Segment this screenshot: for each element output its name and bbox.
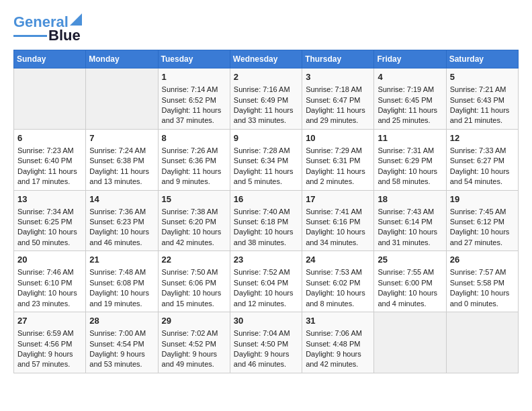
day-number: 14	[89, 193, 154, 205]
cell-text: Sunset: 6:36 PM	[162, 156, 226, 166]
calendar-cell	[86, 68, 158, 130]
cell-text: Daylight: 10 hours and 8 minutes.	[306, 288, 370, 309]
cell-text: Sunset: 6:31 PM	[306, 156, 370, 166]
cell-text: Sunrise: 7:52 AM	[234, 267, 298, 277]
day-number: 20	[17, 254, 82, 266]
calendar-cell: 9Sunrise: 7:28 AMSunset: 6:34 PMDaylight…	[230, 129, 302, 190]
calendar-cell: 11Sunrise: 7:31 AMSunset: 6:29 PMDayligh…	[374, 129, 446, 190]
cell-text: Sunset: 6:52 PM	[162, 95, 226, 105]
cell-text: Sunset: 6:02 PM	[306, 278, 370, 288]
cell-text: Sunrise: 7:34 AM	[17, 207, 82, 217]
day-number: 30	[234, 315, 298, 327]
calendar-table: SundayMondayTuesdayWednesdayThursdayFrid…	[13, 50, 519, 373]
cell-text: Sunrise: 7:21 AM	[450, 85, 515, 95]
cell-text: Sunrise: 7:28 AM	[234, 146, 298, 156]
calendar-cell: 3Sunrise: 7:18 AMSunset: 6:47 PMDaylight…	[302, 68, 374, 130]
cell-text: Sunrise: 7:46 AM	[17, 267, 82, 277]
cell-text: Sunrise: 7:29 AM	[306, 146, 370, 156]
cell-text: Sunset: 6:18 PM	[234, 217, 298, 227]
cell-text: Daylight: 10 hours and 38 minutes.	[234, 227, 298, 248]
cell-text: Sunrise: 7:50 AM	[162, 267, 226, 277]
cell-text: Sunrise: 7:19 AM	[378, 85, 442, 95]
calendar-cell: 30Sunrise: 7:04 AMSunset: 4:50 PMDayligh…	[230, 312, 302, 373]
cell-text: Daylight: 10 hours and 15 minutes.	[162, 288, 226, 309]
cell-text: Daylight: 10 hours and 27 minutes.	[450, 227, 515, 248]
day-number: 23	[234, 254, 298, 266]
cell-text: Daylight: 11 hours and 9 minutes.	[162, 167, 226, 187]
cell-text: Sunrise: 7:23 AM	[17, 146, 82, 156]
cell-text: Sunrise: 7:38 AM	[162, 207, 226, 217]
day-number: 5	[450, 71, 515, 83]
cell-text: Sunrise: 7:43 AM	[378, 207, 442, 217]
cell-text: Sunset: 6:10 PM	[17, 278, 82, 288]
cell-text: Sunset: 6:40 PM	[17, 156, 82, 166]
cell-text: Daylight: 11 hours and 13 minutes.	[89, 167, 154, 187]
cell-text: Sunset: 6:27 PM	[450, 156, 515, 166]
calendar-cell: 6Sunrise: 7:23 AMSunset: 6:40 PMDaylight…	[14, 129, 86, 190]
cell-text: Sunset: 6:16 PM	[306, 217, 370, 227]
calendar-cell	[374, 312, 446, 373]
calendar-cell: 31Sunrise: 7:06 AMSunset: 4:48 PMDayligh…	[302, 312, 374, 373]
calendar-cell: 4Sunrise: 7:19 AMSunset: 6:45 PMDaylight…	[374, 68, 446, 130]
calendar-cell: 19Sunrise: 7:45 AMSunset: 6:12 PMDayligh…	[446, 190, 518, 251]
day-number: 17	[306, 193, 370, 205]
day-number: 12	[450, 132, 515, 144]
cell-text: Sunset: 6:47 PM	[306, 95, 370, 105]
cell-text: Sunset: 6:34 PM	[234, 156, 298, 166]
day-number: 27	[17, 315, 82, 327]
cell-text: Daylight: 10 hours and 4 minutes.	[378, 288, 442, 309]
calendar-cell: 20Sunrise: 7:46 AMSunset: 6:10 PMDayligh…	[14, 251, 86, 312]
svg-marker-0	[70, 13, 82, 26]
calendar-cell: 17Sunrise: 7:41 AMSunset: 6:16 PMDayligh…	[302, 190, 374, 251]
calendar-cell: 25Sunrise: 7:55 AMSunset: 6:00 PMDayligh…	[374, 251, 446, 312]
cell-text: Daylight: 9 hours and 57 minutes.	[17, 349, 82, 370]
calendar-cell: 26Sunrise: 7:57 AMSunset: 5:58 PMDayligh…	[446, 251, 518, 312]
day-number: 24	[306, 254, 370, 266]
cell-text: Daylight: 11 hours and 25 minutes.	[378, 105, 442, 126]
calendar-cell: 16Sunrise: 7:40 AMSunset: 6:18 PMDayligh…	[230, 190, 302, 251]
cell-text: Sunset: 6:38 PM	[89, 156, 154, 166]
calendar-cell: 29Sunrise: 7:02 AMSunset: 4:52 PMDayligh…	[158, 312, 230, 373]
cell-text: Sunrise: 7:14 AM	[162, 85, 226, 95]
cell-text: Sunset: 4:48 PM	[306, 339, 370, 349]
cell-text: Sunrise: 6:59 AM	[17, 328, 82, 338]
day-number: 3	[306, 71, 370, 83]
cell-text: Sunset: 6:08 PM	[89, 278, 154, 288]
day-number: 31	[306, 315, 370, 327]
cell-text: Daylight: 9 hours and 49 minutes.	[162, 349, 226, 370]
calendar-cell: 8Sunrise: 7:26 AMSunset: 6:36 PMDaylight…	[158, 129, 230, 190]
cell-text: Sunrise: 7:55 AM	[378, 267, 442, 277]
cell-text: Daylight: 10 hours and 31 minutes.	[378, 227, 442, 248]
cell-text: Sunset: 6:20 PM	[162, 217, 226, 227]
cell-text: Daylight: 11 hours and 21 minutes.	[450, 105, 515, 126]
cell-text: Sunset: 6:43 PM	[450, 95, 515, 105]
weekday-header-saturday: Saturday	[446, 50, 518, 68]
cell-text: Sunset: 6:29 PM	[378, 156, 442, 166]
day-number: 16	[234, 193, 298, 205]
cell-text: Sunrise: 7:31 AM	[378, 146, 442, 156]
cell-text: Sunset: 6:12 PM	[450, 217, 515, 227]
cell-text: Sunset: 6:06 PM	[162, 278, 226, 288]
cell-text: Sunrise: 7:04 AM	[234, 328, 298, 338]
cell-text: Daylight: 10 hours and 23 minutes.	[17, 288, 82, 309]
calendar-cell: 27Sunrise: 6:59 AMSunset: 4:56 PMDayligh…	[14, 312, 86, 373]
day-number: 25	[378, 254, 442, 266]
cell-text: Daylight: 10 hours and 54 minutes.	[450, 167, 515, 187]
day-number: 18	[378, 193, 442, 205]
weekday-header-thursday: Thursday	[302, 50, 374, 68]
calendar-cell: 14Sunrise: 7:36 AMSunset: 6:23 PMDayligh…	[86, 190, 158, 251]
calendar-cell: 7Sunrise: 7:24 AMSunset: 6:38 PMDaylight…	[86, 129, 158, 190]
cell-text: Daylight: 11 hours and 37 minutes.	[162, 105, 226, 126]
cell-text: Sunset: 4:50 PM	[234, 339, 298, 349]
cell-text: Sunset: 5:58 PM	[450, 278, 515, 288]
page-header: General Blue	[13, 13, 519, 43]
weekday-header-friday: Friday	[374, 50, 446, 68]
calendar-cell: 12Sunrise: 7:33 AMSunset: 6:27 PMDayligh…	[446, 129, 518, 190]
calendar-cell: 21Sunrise: 7:48 AMSunset: 6:08 PMDayligh…	[86, 251, 158, 312]
logo-blue-text: Blue	[48, 28, 81, 43]
calendar-cell: 13Sunrise: 7:34 AMSunset: 6:25 PMDayligh…	[14, 190, 86, 251]
cell-text: Sunrise: 7:24 AM	[89, 146, 154, 156]
cell-text: Sunrise: 7:36 AM	[89, 207, 154, 217]
calendar-cell: 2Sunrise: 7:16 AMSunset: 6:49 PMDaylight…	[230, 68, 302, 130]
cell-text: Sunrise: 7:33 AM	[450, 146, 515, 156]
